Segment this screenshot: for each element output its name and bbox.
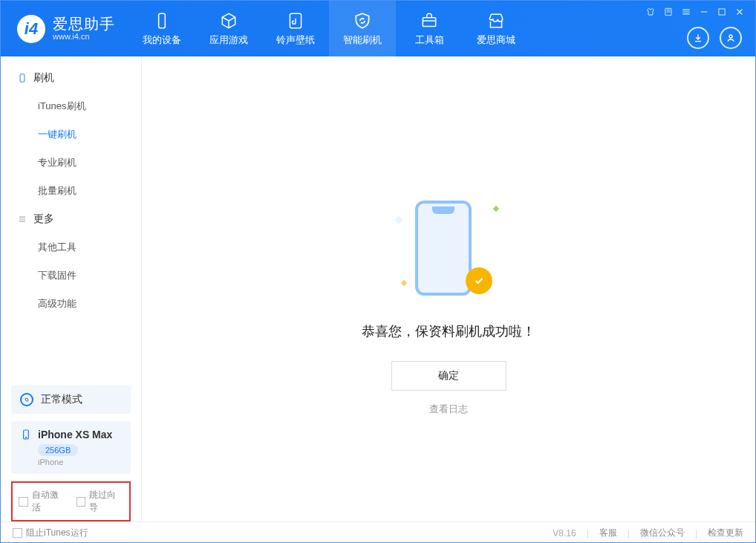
- nav-my-device[interactable]: 我的设备: [128, 1, 195, 56]
- nav-store[interactable]: 爱思商城: [463, 1, 529, 56]
- nav-label: 工具箱: [415, 33, 444, 47]
- device-type: iPhone: [38, 458, 122, 466]
- sidebar: 刷机 iTunes刷机 一键刷机 专业刷机 批量刷机 更多 其他工具 下载固件 …: [1, 56, 142, 521]
- status-bar: 阻止iTunes运行 V8.16 | 客服 | 微信公众号 | 检查更新: [1, 521, 755, 543]
- window-controls: [645, 7, 745, 17]
- logo-text: 爱思助手 www.i4.cn: [53, 16, 115, 41]
- main-content: 恭喜您，保资料刷机成功啦！ 确定 查看日志: [142, 56, 755, 521]
- nav-label: 智能刷机: [343, 33, 382, 47]
- checkbox-block-itunes[interactable]: 阻止iTunes运行: [13, 527, 88, 539]
- toolbox-icon: [420, 11, 439, 30]
- view-log-link[interactable]: 查看日志: [429, 403, 468, 416]
- sidebar-item-batch-flash[interactable]: 批量刷机: [1, 177, 141, 205]
- main-nav: 我的设备 应用游戏 铃声壁纸 智能刷机 工具箱 爱思商城: [128, 1, 529, 56]
- checkbox-skip-guide[interactable]: 跳过向导: [76, 489, 124, 514]
- phone-icon: [20, 429, 32, 440]
- svg-point-8: [25, 437, 26, 438]
- nav-toolbox[interactable]: 工具箱: [396, 1, 463, 56]
- maximize-icon[interactable]: [717, 7, 727, 17]
- nav-label: 应用游戏: [209, 33, 248, 47]
- footer-link-update[interactable]: 检查更新: [708, 527, 743, 539]
- checkbox-icon: [76, 497, 86, 507]
- app-logo-icon: i4: [17, 15, 45, 43]
- sidebar-item-advanced[interactable]: 高级功能: [1, 290, 141, 318]
- device-icon: [152, 11, 172, 30]
- download-button[interactable]: [687, 27, 709, 49]
- checkbox-icon: [13, 528, 22, 538]
- mode-status[interactable]: 正常模式: [11, 386, 131, 414]
- sidebar-section-more: 更多: [1, 205, 141, 233]
- nav-label: 铃声壁纸: [276, 33, 315, 47]
- sidebar-item-pro-flash[interactable]: 专业刷机: [1, 149, 141, 177]
- footer-link-wechat[interactable]: 微信公众号: [640, 527, 685, 539]
- store-icon: [486, 11, 506, 30]
- sidebar-header-label: 更多: [33, 212, 54, 226]
- sidebar-item-oneclick-flash[interactable]: 一键刷机: [1, 120, 141, 149]
- title-bar: i4 爱思助手 www.i4.cn 我的设备 应用游戏 铃声壁纸 智能刷机 工具…: [1, 1, 755, 56]
- checkbox-label: 阻止iTunes运行: [26, 527, 88, 539]
- shirt-icon[interactable]: [645, 7, 656, 17]
- app-subtitle: www.i4.cn: [53, 32, 115, 41]
- nav-apps-games[interactable]: 应用游戏: [195, 1, 262, 56]
- phone-illustration-icon: [415, 201, 472, 296]
- sidebar-item-download-firmware[interactable]: 下载固件: [1, 261, 141, 290]
- device-name: iPhone XS Max: [38, 429, 112, 440]
- checkbox-auto-activate[interactable]: 自动激活: [19, 489, 66, 514]
- nav-label: 爱思商城: [477, 33, 515, 47]
- svg-rect-2: [423, 17, 435, 26]
- sidebar-item-other-tools[interactable]: 其他工具: [1, 233, 141, 261]
- sidebar-section-flash: 刷机: [1, 64, 141, 92]
- footer-link-support[interactable]: 客服: [599, 527, 617, 539]
- version-label: V8.16: [553, 528, 576, 539]
- refresh-shield-icon: [353, 11, 372, 30]
- app-title: 爱思助手: [53, 16, 115, 32]
- sidebar-item-itunes-flash[interactable]: iTunes刷机: [1, 92, 141, 120]
- success-message: 恭喜您，保资料刷机成功啦！: [362, 322, 535, 340]
- phone-outline-icon: [17, 73, 27, 83]
- music-file-icon: [286, 11, 305, 30]
- nav-label: 我的设备: [143, 33, 181, 47]
- svg-point-5: [729, 35, 732, 38]
- svg-rect-0: [159, 13, 166, 28]
- storage-badge: 256GB: [38, 444, 78, 456]
- minimize-icon[interactable]: [699, 7, 709, 17]
- cube-icon: [219, 11, 238, 30]
- options-highlighted: 自动激活 跳过向导: [11, 481, 131, 521]
- svg-rect-4: [719, 9, 725, 15]
- sidebar-header-label: 刷机: [33, 71, 54, 85]
- svg-rect-6: [20, 74, 25, 82]
- header-actions: [687, 27, 742, 49]
- user-button[interactable]: [720, 27, 742, 49]
- success-illustration: [400, 198, 497, 302]
- checkbox-label: 跳过向导: [89, 489, 123, 514]
- mode-status-icon: [20, 393, 33, 406]
- list-icon: [17, 214, 27, 224]
- ok-button[interactable]: 确定: [391, 361, 506, 391]
- nav-ringtone-wallpaper[interactable]: 铃声壁纸: [262, 1, 329, 56]
- mode-label: 正常模式: [41, 393, 82, 406]
- note-icon[interactable]: [663, 7, 674, 17]
- nav-smart-flash[interactable]: 智能刷机: [329, 1, 396, 56]
- check-badge-icon: [466, 267, 492, 294]
- logo-area: i4 爱思助手 www.i4.cn: [1, 1, 128, 56]
- checkbox-label: 自动激活: [32, 489, 66, 514]
- close-icon[interactable]: [734, 7, 745, 17]
- checkbox-icon: [19, 497, 28, 507]
- menu-icon[interactable]: [681, 7, 691, 17]
- device-info[interactable]: iPhone XS Max 256GB iPhone: [11, 421, 131, 474]
